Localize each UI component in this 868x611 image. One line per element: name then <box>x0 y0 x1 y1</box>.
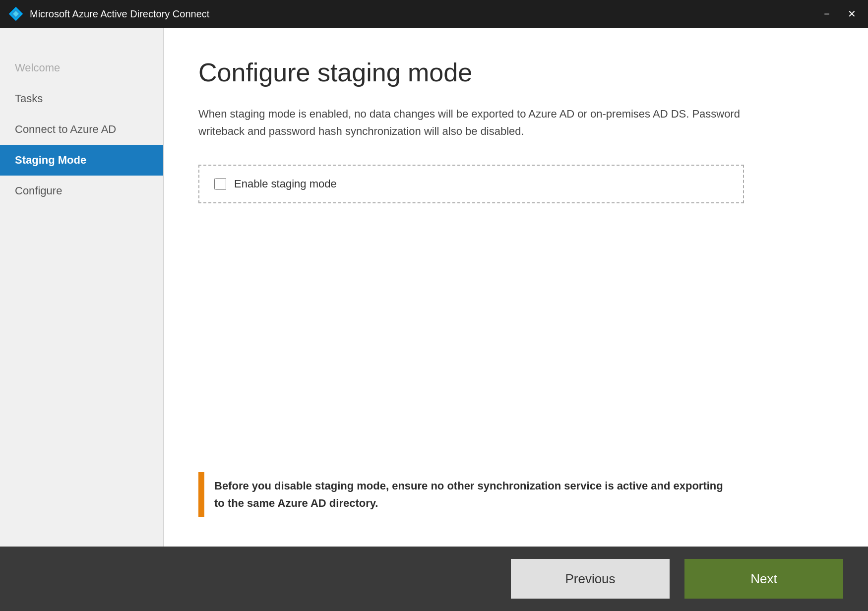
enable-staging-mode-label[interactable]: Enable staging mode <box>234 178 337 190</box>
warning-text: Before you disable staging mode, ensure … <box>204 472 744 517</box>
sidebar-item-connect-azure-ad[interactable]: Connect to Azure AD <box>0 114 163 145</box>
sidebar-item-welcome[interactable]: Welcome <box>0 53 163 83</box>
sidebar-item-configure[interactable]: Configure <box>0 176 163 206</box>
enable-staging-mode-checkbox[interactable] <box>214 178 226 190</box>
sidebar-item-tasks[interactable]: Tasks <box>0 83 163 114</box>
close-button[interactable]: ✕ <box>844 7 860 21</box>
content-panel: Configure staging mode When staging mode… <box>164 28 868 547</box>
footer: Previous Next <box>0 547 868 611</box>
window-controls: − ✕ <box>820 7 860 21</box>
window-title: Microsoft Azure Active Directory Connect <box>30 8 820 20</box>
title-bar: Microsoft Azure Active Directory Connect… <box>0 0 868 28</box>
azure-logo-icon <box>8 6 24 22</box>
sidebar: Welcome Tasks Connect to Azure AD Stagin… <box>0 28 164 547</box>
page-title: Configure staging mode <box>198 58 833 87</box>
warning-bar-indicator <box>198 472 204 517</box>
next-button[interactable]: Next <box>684 559 843 599</box>
minimize-button[interactable]: − <box>820 7 834 21</box>
previous-button[interactable]: Previous <box>511 559 670 599</box>
warning-box: Before you disable staging mode, ensure … <box>198 472 744 517</box>
application-window: Microsoft Azure Active Directory Connect… <box>0 0 868 611</box>
staging-mode-checkbox-container: Enable staging mode <box>198 165 744 203</box>
description-text: When staging mode is enabled, no data ch… <box>198 105 744 140</box>
main-content: Welcome Tasks Connect to Azure AD Stagin… <box>0 28 868 547</box>
sidebar-item-staging-mode[interactable]: Staging Mode <box>0 145 163 176</box>
